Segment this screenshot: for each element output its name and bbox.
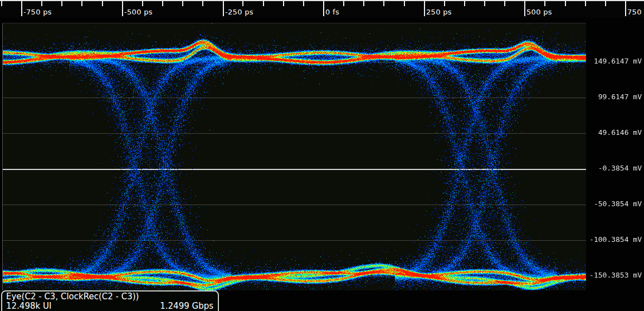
ruler-minor-tick	[484, 1, 485, 6]
ruler-minor-tick	[605, 1, 606, 6]
ruler-tick-label: 250 ps	[426, 8, 452, 16]
voltage-label: -50.3854 mV	[579, 200, 642, 208]
ruler-tick-label: -250 ps	[225, 8, 253, 16]
time-ruler: -750 ps-500 ps-250 ps0 fs250 ps500 ps750…	[0, 0, 644, 17]
ruler-minor-tick	[404, 1, 405, 6]
ruler-minor-tick	[444, 1, 445, 6]
ruler-minor-tick	[182, 1, 183, 6]
ruler-major-tick	[21, 1, 22, 16]
voltage-label: -150.3853 mV	[579, 271, 642, 279]
ruler-major-tick	[323, 1, 324, 16]
ui-count: 12.498k UI	[6, 302, 51, 311]
bitrate: 1.2499 Gbps	[160, 302, 213, 311]
ruler-major-tick	[424, 1, 425, 16]
ruler-minor-tick	[383, 1, 384, 6]
ruler-major-tick	[223, 1, 224, 16]
ruler-minor-tick	[263, 1, 264, 6]
ruler-minor-tick	[41, 1, 42, 6]
ruler-tick-label: 750 ps	[627, 8, 644, 16]
ruler-minor-tick	[343, 1, 344, 6]
voltage-label: 49.6146 mV	[579, 128, 642, 137]
scope-screen: -750 ps-500 ps-250 ps0 fs250 ps500 ps750…	[0, 0, 644, 311]
trace-descriptor-box[interactable]: Eye(C2 - C3, ClockRec(C2 - C3)) 12.498k …	[1, 290, 219, 311]
ruler-tick-label: 500 ps	[526, 8, 552, 16]
ruler-tick-label: -500 ps	[124, 8, 153, 16]
ruler-minor-tick	[464, 1, 465, 6]
ruler-minor-tick	[162, 1, 163, 6]
ruler-minor-tick	[363, 1, 364, 6]
ruler-minor-tick	[61, 1, 62, 6]
ruler-minor-tick	[242, 1, 243, 6]
voltage-label: 149.6147 mV	[579, 57, 642, 65]
ruler-minor-tick	[102, 1, 103, 6]
ruler-minor-tick	[504, 1, 505, 6]
eye-diagram-plot[interactable]	[2, 23, 586, 290]
voltage-label: 99.6147 mV	[579, 93, 642, 101]
ruler-minor-tick	[565, 1, 566, 6]
voltage-label: -100.3854 mV	[579, 235, 642, 244]
ruler-minor-tick	[303, 1, 304, 6]
ruler-minor-tick	[142, 1, 143, 6]
trace-title: Eye(C2 - C3, ClockRec(C2 - C3))	[6, 292, 139, 302]
ruler-minor-tick	[81, 1, 82, 6]
ruler-tick-label: 0 fs	[325, 8, 339, 16]
ruler-major-tick	[122, 1, 123, 16]
ruler-minor-tick	[283, 1, 284, 6]
ruler-minor-tick	[202, 1, 203, 6]
ruler-major-tick	[625, 1, 626, 16]
ruler-major-tick	[524, 1, 525, 16]
ruler-minor-tick	[1, 1, 2, 6]
ruler-minor-tick	[585, 1, 586, 6]
ruler-minor-tick	[544, 1, 545, 6]
ruler-tick-label: -750 ps	[23, 8, 52, 16]
voltage-label: -0.3854 mV	[579, 164, 642, 172]
